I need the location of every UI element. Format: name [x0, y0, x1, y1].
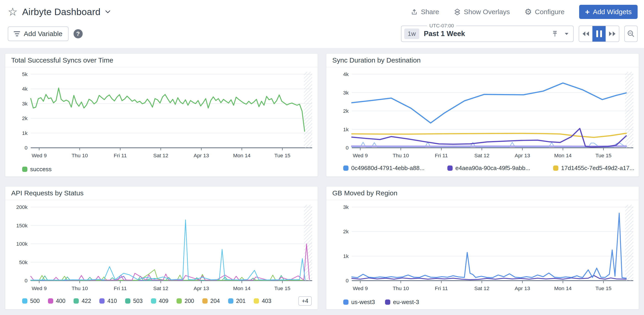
line-chart[interactable]: 5k4k3k2k1k0Wed 9Thu 10Fri 11Sat 12Apr 13…: [5, 69, 318, 162]
x-tick-label: Tue 15: [274, 152, 290, 158]
pin-icon[interactable]: [552, 30, 558, 37]
y-tick-label: 2k: [343, 108, 349, 114]
timezone-label: UTC-07:00: [427, 23, 456, 29]
zoom-out-button[interactable]: [624, 25, 638, 42]
y-tick-label: 2k: [343, 229, 349, 234]
legend-overflow-pill[interactable]: +4: [298, 296, 312, 306]
legend-item[interactable]: 201: [228, 298, 246, 304]
x-tick-label: Tue 15: [595, 152, 611, 158]
pause-button[interactable]: [592, 26, 606, 41]
legend-item[interactable]: 400: [48, 298, 66, 304]
chart-canvas[interactable]: 4k3k2k1k0Wed 9Thu 10Fri 11Sat 12Apr 13Mo…: [326, 69, 639, 162]
x-tick-label: Tue 15: [595, 285, 611, 291]
legend-label: 410: [107, 298, 117, 304]
line-chart[interactable]: 200k150k100k50k0Wed 9Thu 10Fri 11Sat 12A…: [5, 202, 318, 295]
caret-down-icon[interactable]: [564, 33, 569, 35]
legend-label: eu-west-3: [393, 299, 419, 306]
add-variable-button[interactable]: Add Variable: [8, 26, 68, 41]
help-icon[interactable]: ?: [74, 29, 83, 38]
legend-item[interactable]: 17d1455c-7ed5-49d2-a17...: [553, 165, 634, 172]
legend-item[interactable]: 409: [151, 298, 168, 304]
legend-item[interactable]: 204: [202, 298, 220, 304]
legend-swatch: [176, 298, 182, 304]
line-chart[interactable]: 3k2k1k0Wed 9Thu 10Fri 11Sat 12Apr 13Mon …: [326, 202, 639, 295]
widget-sync-duration: Sync Duration by Destination 4k3k2k1k0We…: [326, 53, 639, 177]
widget-title[interactable]: Total Successful Syncs over Time: [5, 54, 318, 67]
configure-button[interactable]: ⚙ Configure: [524, 8, 564, 16]
y-tick-label: 1k: [343, 253, 349, 259]
legend-swatch: [385, 300, 390, 305]
series-dest-blue: [352, 83, 626, 123]
header: ☆ Airbyte Dashboard Share Show Overlays …: [0, 0, 644, 48]
x-tick-label: Wed 9: [32, 152, 47, 158]
legend-item[interactable]: e4aea90a-90ca-49f5-9abb...: [447, 165, 530, 172]
y-tick-label: 2k: [22, 115, 28, 121]
legend-label: 0c49680d-4791-4ebb-a88...: [351, 165, 424, 172]
add-widgets-button[interactable]: + Add Widgets: [579, 5, 638, 19]
legend-item[interactable]: success: [22, 166, 52, 173]
legend-label: 204: [210, 298, 220, 304]
y-tick-label: 50k: [19, 259, 28, 265]
share-icon: [411, 9, 418, 15]
share-label: Share: [421, 8, 439, 16]
legend-item[interactable]: 410: [99, 298, 117, 304]
x-tick-label: Thu 10: [72, 152, 88, 158]
y-tick-label: 1k: [22, 130, 28, 136]
time-backward-button[interactable]: [579, 26, 592, 41]
x-tick-label: Sat 12: [474, 152, 490, 158]
chart-legend: 500400422410503409200204201403+4: [22, 296, 312, 306]
x-tick-label: Mon 14: [554, 285, 572, 291]
line-chart[interactable]: 4k3k2k1k0Wed 9Thu 10Fri 11Sat 12Apr 13Mo…: [326, 69, 639, 162]
legend-label: 422: [82, 298, 91, 304]
y-tick-label: 4k: [22, 86, 28, 92]
legend-item[interactable]: 403: [254, 298, 271, 304]
show-overlays-button[interactable]: Show Overlays: [454, 8, 510, 16]
legend-item[interactable]: 422: [74, 298, 91, 304]
widget-gb-moved: GB Moved by Region 3k2k1k0Wed 9Thu 10Fri…: [326, 186, 639, 310]
y-tick-label: 200k: [16, 204, 28, 210]
x-tick-label: Sat 12: [474, 285, 490, 291]
title-chevron-down-icon[interactable]: [105, 10, 110, 14]
legend-item[interactable]: 0c49680d-4791-4ebb-a88...: [343, 165, 424, 172]
legend-item[interactable]: us-west3: [343, 299, 375, 306]
legend-swatch: [22, 298, 28, 304]
time-range-shortcut[interactable]: 1w: [404, 28, 419, 39]
legend-item[interactable]: eu-west-3: [385, 299, 419, 306]
widget-title[interactable]: Sync Duration by Destination: [326, 54, 639, 67]
series-500: [31, 220, 305, 280]
time-step-group: [579, 25, 619, 42]
series-400: [31, 244, 310, 280]
x-tick-label: Wed 9: [353, 285, 368, 291]
time-range-picker[interactable]: UTC-07:00 1w Past 1 Week: [401, 25, 574, 42]
chart-canvas[interactable]: 3k2k1k0Wed 9Thu 10Fri 11Sat 12Apr 13Mon …: [326, 202, 639, 295]
legend-label: us-west3: [351, 299, 375, 306]
dashboard-page: ☆ Airbyte Dashboard Share Show Overlays …: [0, 0, 644, 315]
live-edge-hatch: [625, 205, 633, 281]
favorite-star-icon[interactable]: ☆: [8, 6, 18, 17]
chart-canvas[interactable]: 5k4k3k2k1k0Wed 9Thu 10Fri 11Sat 12Apr 13…: [5, 69, 318, 162]
legend-item[interactable]: 200: [176, 298, 194, 304]
x-tick-label: Fri 11: [114, 285, 127, 291]
legend-item[interactable]: 500: [22, 298, 40, 304]
chart-legend: success: [22, 166, 312, 173]
share-button[interactable]: Share: [411, 8, 439, 16]
y-tick-label: 0: [346, 278, 349, 284]
widget-title[interactable]: API Requests by Status: [5, 187, 318, 200]
y-tick-label: 0: [346, 145, 349, 151]
legend-label: 500: [30, 298, 40, 304]
y-tick-label: 5k: [22, 71, 28, 77]
time-forward-button[interactable]: [606, 26, 619, 41]
y-tick-label: 100k: [16, 241, 28, 247]
legend-swatch: [99, 298, 104, 304]
show-overlays-label: Show Overlays: [464, 8, 510, 16]
chart-canvas[interactable]: 200k150k100k50k0Wed 9Thu 10Fri 11Sat 12A…: [5, 202, 318, 295]
legend-swatch: [74, 298, 79, 304]
pause-icon: [596, 30, 602, 37]
legend-item[interactable]: 503: [125, 298, 143, 304]
widget-title[interactable]: GB Moved by Region: [326, 187, 639, 200]
series-dest-purple: [352, 128, 626, 147]
configure-label: Configure: [535, 8, 564, 16]
time-range-label: Past 1 Week: [424, 30, 465, 38]
legend-label: 200: [184, 298, 194, 304]
x-tick-label: Thu 10: [392, 152, 409, 158]
